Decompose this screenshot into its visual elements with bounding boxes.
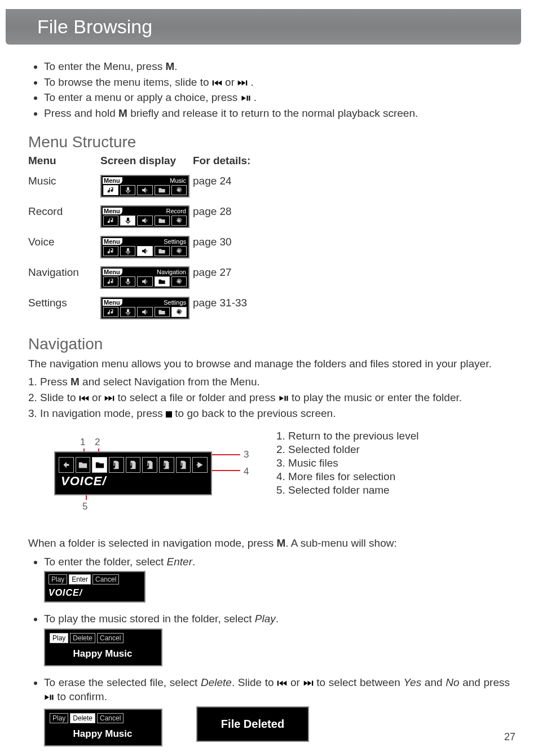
menu-mode-icon [137,307,152,317]
nav-step: 2. Slide to or to select a file or folde… [28,390,510,405]
lcd-menu-tag: Menu [103,238,122,245]
svg-marker-5 [242,80,246,85]
lcd-option: Enter [69,574,91,584]
svg-marker-32 [283,680,287,685]
svg-rect-8 [249,96,250,101]
svg-marker-6 [241,96,246,101]
callout-5: 5 [82,501,87,512]
menu-lcd: MenuSettings [100,297,189,319]
table-header: Menu [28,155,100,167]
lcd-folder-name: VOICE/ [48,587,141,599]
svg-rect-33 [312,680,313,685]
menu-mode-icon [171,246,187,256]
page-content: To enter the Menu, press M.To browse the… [0,59,538,754]
table-header: Screen display [100,155,193,167]
play-pause-icon [279,392,289,399]
navigation-figure: 1 2 3 4 5 VOICE/ [54,429,252,513]
menu-page-ref: page 24 [193,175,294,197]
more-right-icon [192,457,208,473]
next-icon [303,676,314,684]
page-title: File Browsing [37,16,510,38]
menu-mode-icon [120,246,135,256]
next-icon [237,76,248,84]
svg-marker-25 [279,396,284,401]
svg-marker-20 [81,396,85,401]
page-number: 27 [504,731,515,743]
menu-structure-heading: Menu Structure [28,133,510,151]
menu-page-ref: page 31-33 [193,297,294,319]
legend-item: 1. Return to the previous level [276,430,418,442]
submenu-lcd: PlayEnterCancelVOICE/ [44,571,145,603]
lcd-option: Delete [70,713,95,723]
file-icon [176,457,191,473]
svg-marker-21 [85,396,89,401]
lcd-option: Cancel [97,633,124,643]
svg-rect-38 [52,695,53,700]
menu-mode-icon [103,246,118,256]
menu-mode-icon [155,185,170,195]
svg-rect-0 [213,80,214,85]
callout-2: 2 [95,437,100,448]
lcd-screen-name: Settings [164,299,187,306]
navigation-lcd: VOICE/ [54,451,212,495]
menu-mode-icon [120,307,135,317]
previous-icon [79,392,89,399]
submenu-lcd: PlayDeleteCancelHappy Music [44,628,162,666]
menu-row-name: Settings [28,297,100,319]
nav-step: 3. In navigation mode, press to go back … [28,406,510,421]
svg-marker-31 [279,680,283,685]
svg-rect-19 [80,396,81,401]
svg-rect-22 [113,396,114,401]
lcd-option: Cancel [97,713,124,723]
intro-bullet: To browse the menu items, slide to or . [44,75,510,90]
nav-step: 1. Press M and select Navigation from th… [28,375,510,389]
svg-rect-11 [127,217,129,221]
callout-3: 3 [244,449,249,460]
svg-marker-24 [109,396,113,401]
submenu-bullets: To enter the folder, select Enter.PlayEn… [44,555,510,755]
file-icon [109,457,124,473]
menu-lcd: MenuSettings [100,236,189,258]
svg-marker-36 [45,695,50,700]
menu-row-name: Record [28,205,100,228]
menu-structure-table: MenuScreen displayFor details:MusicMenuM… [28,155,510,319]
lcd-option: Play [50,633,68,643]
lcd-menu-tag: Menu [103,299,122,306]
menu-mode-icon [103,185,118,195]
file-icon [159,457,174,473]
play-pause-icon [44,691,54,698]
svg-rect-7 [246,96,248,101]
intro-bullet: To enter the Menu, press M. [44,59,510,74]
lcd-screen-name: Settings [164,238,187,245]
menu-page-ref: page 27 [193,266,294,289]
menu-mode-icon [120,185,135,195]
svg-marker-4 [238,80,242,85]
menu-lcd: MenuRecord [100,205,189,228]
file-icon [142,457,157,473]
legend-item: 2. Selected folder [276,443,418,456]
folder-icon [92,457,107,473]
submenu-bullet: To erase the selected file, select Delet… [44,675,510,754]
menu-mode-icon [103,216,118,226]
svg-rect-29 [196,465,201,466]
menu-row-name: Navigation [28,266,100,289]
svg-marker-1 [214,80,218,85]
intro-bullets: To enter the Menu, press M.To browse the… [44,59,510,121]
lcd-menu-tag: Menu [103,269,122,275]
play-pause-icon [241,91,251,99]
menu-mode-icon [103,307,118,317]
svg-rect-3 [246,80,247,85]
menu-mode-icon [171,185,187,195]
lcd-option: Play [50,713,68,723]
next-icon [104,392,114,399]
submenu-bullet: To play the music stored in the folder, … [44,612,510,674]
lcd-option: Play [48,574,67,584]
menu-lcd: MenuNavigation [100,266,189,289]
menu-page-ref: page 28 [193,205,294,228]
intro-bullet: To enter a menu or apply a choice, press… [44,90,510,105]
back-icon [59,457,74,473]
previous-icon [212,76,222,84]
menu-mode-icon [155,216,170,226]
lcd-menu-tag: Menu [103,208,122,214]
lcd-option: Cancel [92,574,119,584]
